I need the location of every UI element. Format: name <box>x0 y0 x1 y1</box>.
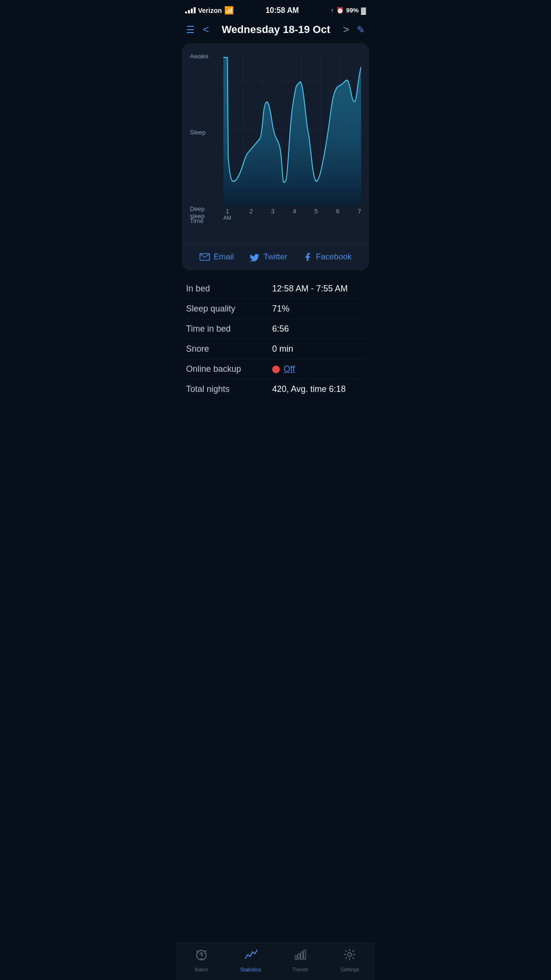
sleep-quality-label: Sleep quality <box>186 304 272 314</box>
nav-right-controls: > ✎ <box>343 23 365 36</box>
online-backup-value: Off <box>272 364 295 374</box>
status-left: Verizon 📶 <box>185 6 234 15</box>
time-in-bed-value: 6:56 <box>272 324 289 334</box>
nav-header: ☰ < Wednesday 18-19 Oct > ✎ <box>176 19 375 43</box>
total-nights-label: Total nights <box>186 384 272 394</box>
facebook-icon <box>303 252 312 262</box>
carrier-label: Verizon <box>198 7 222 14</box>
stat-row-time-in-bed: Time in bed 6:56 <box>186 319 365 339</box>
twitter-share-button[interactable]: Twitter <box>249 252 287 262</box>
sleep-chart-area: Awake Sleep Deepsleep <box>182 43 369 244</box>
nav-left-controls: ☰ < <box>186 23 209 36</box>
email-label: Email <box>214 252 234 262</box>
signal-icon <box>185 7 196 13</box>
y-label-sleep: Sleep <box>190 129 209 136</box>
x-label-6: 6 <box>336 208 340 221</box>
x-label-3: 3 <box>271 208 275 221</box>
wifi-icon: 📶 <box>224 6 234 15</box>
alarm-status-icon: ⏰ <box>336 7 344 14</box>
status-bar: Verizon 📶 10:58 AM ↑ ⏰ 99% ▓ <box>176 0 375 19</box>
online-backup-label: Online backup <box>186 364 272 374</box>
email-icon <box>199 253 210 261</box>
page-title: Wednesday 18-19 Oct <box>209 23 343 36</box>
facebook-share-button[interactable]: Facebook <box>303 252 352 262</box>
forward-button[interactable]: > <box>343 23 349 36</box>
stats-section: In bed 12:58 AM - 7:55 AM Sleep quality … <box>176 270 375 408</box>
total-nights-value: 420, Avg. time 6:18 <box>272 384 346 394</box>
stat-row-in-bed: In bed 12:58 AM - 7:55 AM <box>186 279 365 299</box>
in-bed-value: 12:58 AM - 7:55 AM <box>272 284 348 294</box>
stat-row-total-nights: Total nights 420, Avg. time 6:18 <box>186 379 365 399</box>
in-bed-label: In bed <box>186 284 272 294</box>
sleep-quality-value: 71% <box>272 304 289 314</box>
snore-label: Snore <box>186 344 272 354</box>
time-in-bed-label: Time in bed <box>186 324 272 334</box>
snore-value: 0 min <box>272 344 293 354</box>
chart-x-labels: 1 AM 2 3 4 5 6 7 <box>223 206 361 221</box>
stat-row-sleep-quality: Sleep quality 71% <box>186 299 365 319</box>
battery-icon: ▓ <box>361 7 366 14</box>
online-backup-dot <box>272 366 280 373</box>
x-label-4: 4 <box>293 208 296 221</box>
twitter-label: Twitter <box>264 252 287 262</box>
y-label-deep-sleep: Deepsleep <box>190 205 209 220</box>
menu-button[interactable]: ☰ <box>186 24 195 35</box>
status-time: 10:58 AM <box>265 6 299 15</box>
chart-svg-container: 1 AM 2 3 4 5 6 7 <box>223 53 361 215</box>
stat-row-snore: Snore 0 min <box>186 339 365 359</box>
twitter-icon <box>249 253 260 261</box>
sleep-card: Awake Sleep Deepsleep <box>182 43 369 270</box>
sleep-chart-svg <box>223 53 361 206</box>
edit-button[interactable]: ✎ <box>357 24 365 35</box>
stat-row-online-backup: Online backup Off <box>186 359 365 379</box>
y-label-awake: Awake <box>190 53 209 60</box>
facebook-label: Facebook <box>316 252 352 262</box>
chart-y-labels: Awake Sleep Deepsleep <box>190 53 209 220</box>
battery-percent: 99% <box>346 7 359 14</box>
x-label-7: 7 <box>358 208 361 221</box>
back-button[interactable]: < <box>203 23 209 36</box>
x-label-2: 2 <box>250 208 253 221</box>
location-icon: ↑ <box>331 7 334 14</box>
online-backup-link[interactable]: Off <box>284 364 295 374</box>
email-share-button[interactable]: Email <box>199 252 234 262</box>
share-row: Email Twitter Facebook <box>182 244 369 270</box>
x-label-1: 1 AM <box>223 208 231 221</box>
status-right: ↑ ⏰ 99% ▓ <box>331 7 366 14</box>
x-label-5: 5 <box>314 208 318 221</box>
